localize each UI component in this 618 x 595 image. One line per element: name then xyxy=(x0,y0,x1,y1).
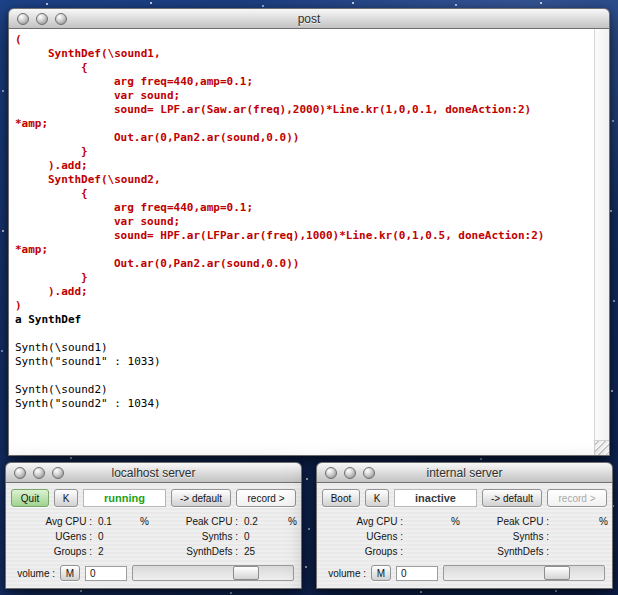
volume-slider[interactable] xyxy=(132,565,294,581)
stat-row: Avg CPU : 0.1 % Peak CPU : 0.2 % xyxy=(12,514,295,529)
volume-label: volume : xyxy=(13,568,55,579)
minimize-button[interactable] xyxy=(33,467,45,479)
vertical-scrollbar[interactable] xyxy=(594,29,609,440)
post-line: sound= HPF.ar(LFPar.ar(freq),1000)*Line.… xyxy=(15,229,591,243)
window-controls xyxy=(17,13,67,25)
synthdefs-value: 25 xyxy=(238,546,288,557)
post-line: var sound; xyxy=(15,89,591,103)
stat-row: Groups : SynthDefs : xyxy=(323,544,606,559)
ugens-label: UGens : xyxy=(12,531,92,542)
zoom-button[interactable] xyxy=(363,467,375,479)
avg-cpu-label: Avg CPU : xyxy=(323,516,403,527)
server-panel: Boot K inactive -> default record > Avg … xyxy=(316,483,613,589)
post-line: arg freq=440,amp=0.1; xyxy=(15,75,591,89)
post-line xyxy=(15,369,591,383)
synths-label: Synths : xyxy=(469,531,549,542)
post-line xyxy=(15,327,591,341)
post-line: Out.ar(0,Pan2.ar(sound,0.0)) xyxy=(15,131,591,145)
post-line: } xyxy=(15,271,591,285)
volume-slider[interactable] xyxy=(443,565,605,581)
post-line: Synth(\sound1) xyxy=(15,341,591,355)
synthdefs-label: SynthDefs : xyxy=(158,546,238,557)
post-line: Out.ar(0,Pan2.ar(sound,0.0)) xyxy=(15,257,591,271)
peak-cpu-value: 0.2 xyxy=(238,516,288,527)
stat-row: Avg CPU : % Peak CPU : % xyxy=(323,514,606,529)
post-line: { xyxy=(15,187,591,201)
volume-row: volume : M 0 xyxy=(317,564,612,582)
server-stats: Avg CPU : % Peak CPU : % UGens : Synths … xyxy=(317,514,612,559)
post-line: arg freq=440,amp=0.1; xyxy=(15,201,591,215)
post-line: Synth("sound2" : 1034) xyxy=(15,397,591,411)
volume-label: volume : xyxy=(324,568,366,579)
avg-cpu-label: Avg CPU : xyxy=(12,516,92,527)
peak-cpu-unit: % xyxy=(288,516,297,527)
server-button-row: Boot K inactive -> default record > xyxy=(317,488,612,508)
post-titlebar[interactable]: post xyxy=(8,8,610,29)
localhost-server-titlebar[interactable]: localhost server xyxy=(5,462,302,483)
peak-cpu-label: Peak CPU : xyxy=(469,516,549,527)
ugens-value: 0 xyxy=(92,531,140,542)
groups-label: Groups : xyxy=(323,546,403,557)
ugens-label: UGens : xyxy=(323,531,403,542)
peak-cpu-label: Peak CPU : xyxy=(158,516,238,527)
avg-cpu-value: 0.1 xyxy=(92,516,140,527)
post-line: *amp; xyxy=(15,117,591,131)
localhost-server-window: localhost server Quit K running -> defau… xyxy=(5,462,302,589)
post-line: ).add; xyxy=(15,285,591,299)
synthdefs-label: SynthDefs : xyxy=(469,546,549,557)
synths-value: 0 xyxy=(238,531,288,542)
volume-row: volume : M 0 xyxy=(6,564,301,582)
stat-row: UGens : Synths : xyxy=(323,529,606,544)
post-line: } xyxy=(15,145,591,159)
make-default-button[interactable]: -> default xyxy=(171,489,231,507)
avg-cpu-unit: % xyxy=(140,516,158,527)
groups-label: Groups : xyxy=(12,546,92,557)
resize-grip-icon[interactable] xyxy=(594,440,609,455)
window-controls xyxy=(14,467,64,479)
synths-label: Synths : xyxy=(158,531,238,542)
post-line: sound= LPF.ar(Saw.ar(freq),2000)*Line.kr… xyxy=(15,103,591,117)
boot-button[interactable]: Boot xyxy=(322,489,360,507)
window-title: post xyxy=(9,12,609,26)
avg-cpu-unit: % xyxy=(451,516,469,527)
post-line: SynthDef(\sound2, xyxy=(15,173,591,187)
quit-button[interactable]: Quit xyxy=(11,489,49,507)
mute-button[interactable]: M xyxy=(60,565,80,581)
volume-slider-thumb[interactable] xyxy=(544,566,570,580)
post-line: Synth(\sound2) xyxy=(15,383,591,397)
zoom-button[interactable] xyxy=(55,13,67,25)
minimize-button[interactable] xyxy=(344,467,356,479)
internal-server-titlebar[interactable]: internal server xyxy=(316,462,613,483)
post-line: var sound; xyxy=(15,215,591,229)
window-controls xyxy=(325,467,375,479)
mute-button[interactable]: M xyxy=(371,565,391,581)
record-button[interactable]: record > xyxy=(236,489,296,507)
close-button[interactable] xyxy=(17,13,29,25)
kill-button[interactable]: K xyxy=(365,489,389,507)
server-status: inactive xyxy=(394,489,477,507)
volume-value-field[interactable]: 0 xyxy=(85,566,127,581)
close-button[interactable] xyxy=(325,467,337,479)
post-text: ( SynthDef(\sound1, { arg freq=440,amp=0… xyxy=(15,33,591,411)
record-button[interactable]: record > xyxy=(547,489,607,507)
make-default-button[interactable]: -> default xyxy=(482,489,542,507)
post-line: *amp; xyxy=(15,243,591,257)
post-line: ).add; xyxy=(15,159,591,173)
close-button[interactable] xyxy=(14,467,26,479)
volume-slider-thumb[interactable] xyxy=(233,566,259,580)
server-status: running xyxy=(83,489,166,507)
zoom-button[interactable] xyxy=(52,467,64,479)
post-line: { xyxy=(15,61,591,75)
post-line: ( xyxy=(15,33,591,47)
minimize-button[interactable] xyxy=(36,13,48,25)
post-line: a SynthDef xyxy=(15,313,591,327)
internal-server-window: internal server Boot K inactive -> defau… xyxy=(316,462,613,589)
server-stats: Avg CPU : 0.1 % Peak CPU : 0.2 % UGens :… xyxy=(6,514,301,559)
server-button-row: Quit K running -> default record > xyxy=(6,488,301,508)
volume-value-field[interactable]: 0 xyxy=(396,566,438,581)
groups-value: 2 xyxy=(92,546,140,557)
post-content-area[interactable]: ( SynthDef(\sound1, { arg freq=440,amp=0… xyxy=(8,29,610,456)
desktop-stars xyxy=(0,0,2,2)
kill-button[interactable]: K xyxy=(54,489,78,507)
stat-row: Groups : 2 SynthDefs : 25 xyxy=(12,544,295,559)
